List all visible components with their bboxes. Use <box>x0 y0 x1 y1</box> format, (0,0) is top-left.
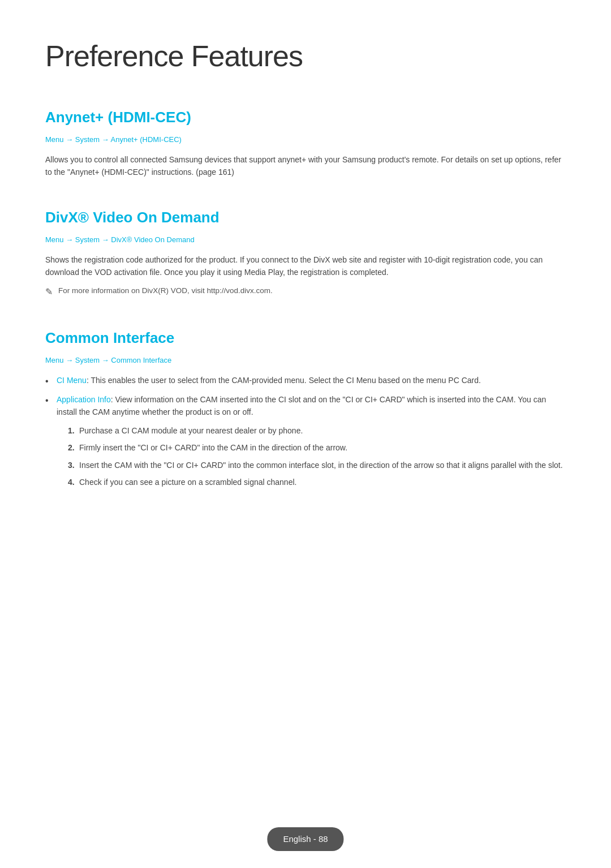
anynet-heading: Anynet+ (HDMI-CEC) <box>45 106 566 128</box>
note-icon: ✎ <box>45 285 53 299</box>
divx-note: ✎ For more information on DivX(R) VOD, v… <box>45 285 566 299</box>
step-num-2: 2. <box>68 441 75 454</box>
common-interface-breadcrumb: Menu → System → Common Interface <box>45 355 566 366</box>
ci-menu-text: : This enables the user to select from t… <box>87 376 481 385</box>
application-info-text: : View information on the CAM inserted i… <box>57 395 546 416</box>
ci-step-2: 2. Firmly insert the "CI or CI+ CARD" in… <box>68 441 566 454</box>
step-num-3: 3. <box>68 459 75 471</box>
page-footer: English - 88 <box>267 827 343 852</box>
ci-steps-list: 1. Purchase a CI CAM module at your near… <box>68 424 566 489</box>
step-num-1: 1. <box>68 424 75 437</box>
ci-step-3-text: Insert the CAM with the "CI or CI+ CARD"… <box>79 461 563 470</box>
divx-section: DivX® Video On Demand Menu → System → Di… <box>45 207 566 299</box>
ci-step-3: 3. Insert the CAM with the "CI or CI+ CA… <box>68 459 566 471</box>
common-interface-section: Common Interface Menu → System → Common … <box>45 327 566 488</box>
divx-note-text: For more information on DivX(R) VOD, vis… <box>58 285 273 297</box>
common-interface-heading: Common Interface <box>45 327 566 349</box>
ci-step-1-text: Purchase a CI CAM module at your nearest… <box>79 426 303 435</box>
page-title: Preference Features <box>45 34 566 78</box>
application-info-term: Application Info <box>57 395 111 404</box>
anynet-breadcrumb: Menu → System → Anynet+ (HDMI-CEC) <box>45 134 566 145</box>
step-num-4: 4. <box>68 476 75 488</box>
ci-menu-term: CI Menu <box>57 376 87 385</box>
bullet-ci-menu: CI Menu: This enables the user to select… <box>45 374 566 386</box>
divx-heading: DivX® Video On Demand <box>45 207 566 229</box>
ci-step-4-text: Check if you can see a picture on a scra… <box>79 478 296 487</box>
anynet-section: Anynet+ (HDMI-CEC) Menu → System → Anyne… <box>45 106 566 178</box>
ci-step-4: 4. Check if you can see a picture on a s… <box>68 476 566 488</box>
ci-step-2-text: Firmly insert the "CI or CI+ CARD" into … <box>79 443 347 452</box>
common-interface-bullets: CI Menu: This enables the user to select… <box>45 374 566 489</box>
divx-breadcrumb: Menu → System → DivX® Video On Demand <box>45 234 566 246</box>
divx-body: Shows the registration code authorized f… <box>45 253 566 279</box>
bullet-application-info: Application Info: View information on th… <box>45 393 566 488</box>
anynet-body: Allows you to control all connected Sams… <box>45 153 566 179</box>
ci-step-1: 1. Purchase a CI CAM module at your near… <box>68 424 566 437</box>
